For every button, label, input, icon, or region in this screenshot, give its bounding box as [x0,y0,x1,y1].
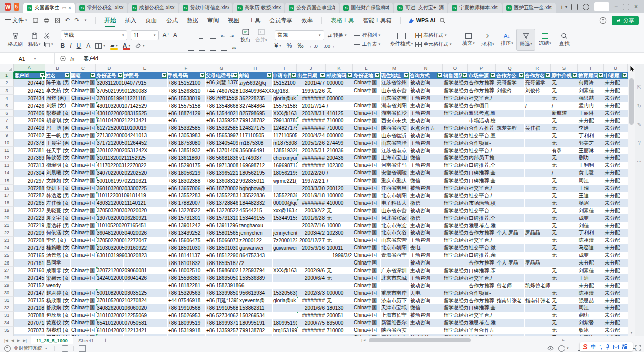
cell[interactable]: chenxinyur [272,154,297,162]
cell[interactable]: 142401200006041426 [96,274,167,282]
cell[interactable]: 无 [551,304,578,312]
cell[interactable]: 微信 [409,177,443,185]
row-header[interactable]: 10 [0,139,14,147]
cell[interactable]: jennychen( [272,229,297,237]
cell[interactable]: 340702200202202520 [96,169,167,177]
cell[interactable]: 2002/7/16 [297,222,326,229]
cell[interactable]: 未分配 [604,214,628,222]
convert-button[interactable]: ⇄转换▾ [328,32,347,39]
cell[interactable]: 207288 [14,185,45,192]
cell[interactable]: 吕同学 [45,259,167,267]
font-name-select[interactable]: 等线▾ [61,30,127,40]
cell[interactable]: gloria@uk [272,95,297,102]
sheet-tab-active[interactable]: 11_28_5_1000 [31,336,73,344]
cell[interactable]: 未分配 [604,312,628,319]
cell[interactable]: 被动咨询 [409,229,443,237]
filter-button[interactable] [622,73,627,78]
filter-button[interactable] [347,73,352,78]
cell[interactable]: +86 1899937166 [205,319,238,327]
cell[interactable]: 合作项目- [468,139,551,147]
cell[interactable]: 180562195 [238,169,272,177]
layout-switch-icon[interactable] [571,4,578,10]
cut-button[interactable] [44,33,53,39]
cell[interactable]: 无 [551,214,578,222]
cell[interactable]: 362228235 [238,95,272,102]
cell[interactable]: 社交平台,/ [468,237,551,244]
cell[interactable]: 124827175 [272,124,297,132]
align-center-icon[interactable] [199,46,205,51]
cell[interactable]: 410000 [326,199,353,207]
cell[interactable]: 207135 [14,297,45,304]
filter-button[interactable] [572,73,577,78]
cell[interactable]: 117110505 [238,132,272,139]
cell[interactable]: 山东省东营 [380,87,409,95]
cell[interactable]: +86 1851229020 [205,252,238,259]
cell[interactable]: 未分配 [604,169,628,177]
cell[interactable]: 包欣辰 (女 [45,312,70,319]
justify-icon[interactable] [221,46,227,51]
column-header[interactable]: E [123,64,167,72]
cell[interactable]: 刘佳 [578,222,604,229]
cell[interactable]: 电子科技大 [380,199,409,207]
cell[interactable]: 口碑推荐,全 [468,177,551,185]
cell[interactable]: 未分配 [604,117,628,125]
cell[interactable]: 无 [551,229,578,237]
cell[interactable]: 无 [551,87,578,95]
cell[interactable]: 207409 [14,117,45,125]
cell[interactable]: 王瑞 [578,185,604,192]
cell[interactable]: 留学总经办 [443,185,468,192]
cell[interactable]: 799138782 [238,117,272,125]
cell[interactable]: 无 [551,312,578,319]
cell[interactable]: +86 1582391866 [205,282,353,289]
next-sheet-icon[interactable]: ▶ [17,338,20,343]
cell[interactable]: 留学总经办 [443,177,468,185]
column-header[interactable]: A [14,64,45,72]
cell[interactable]: 成雨霏 (女 [45,267,70,275]
cell[interactable]: China中国 [70,139,96,147]
distributed-icon[interactable]: ⇹ [232,45,236,51]
filter-button[interactable] [375,73,380,78]
cell[interactable]: 陈祖清 [578,237,604,244]
column-header[interactable]: G [205,64,238,72]
cell[interactable]: xyevents@ [238,297,272,304]
column-header[interactable]: K [326,64,353,72]
sogou-logo[interactable]: S [583,343,587,351]
cell[interactable]: 合作项目- [468,102,524,110]
cell[interactable]: 未分配 [578,282,604,289]
cell[interactable]: 王丽淋 [578,110,604,117]
filter-button[interactable] [40,73,45,78]
cell[interactable]: 吴晓蔓 (女 [45,207,70,214]
cell[interactable]: 710000 [326,124,353,132]
cell[interactable]: China中国 [70,222,96,229]
cell[interactable]: 153449155 [272,214,297,222]
cell[interactable]: 207421 [14,87,45,95]
decrease-decimal-button[interactable]: .00→ [324,43,335,49]
cell[interactable]: v1749037 [238,154,272,162]
wps-logo[interactable]: W [5,3,11,11]
cell[interactable]: +86 18874129 [167,110,205,117]
share-button[interactable]: 分享 [612,16,639,25]
rail-share-icon[interactable]: ⇱ [637,84,641,90]
cell[interactable]: 未分配 [604,147,628,154]
filter-button[interactable] [519,73,524,78]
cell[interactable]: 992835011 [238,177,272,185]
cell[interactable]: 2002/3/3 [297,289,326,297]
align-right-icon[interactable] [210,46,216,51]
cell[interactable]: 孟冉冉 [578,102,604,110]
cell[interactable]: China中国 [353,110,380,117]
cell[interactable]: 169698712 [238,162,272,169]
tab-efficiency[interactable]: 效率 [297,13,317,27]
status-outline-icon[interactable] [79,345,86,352]
cell[interactable]: +86 1590841991 [205,334,238,336]
row-header[interactable]: 9 [0,132,14,139]
cell[interactable]: +86 1354402198 [205,110,238,117]
cell[interactable]: 2005/1/26 [297,139,326,147]
column-header[interactable]: U [604,64,628,72]
filter-button[interactable] [545,73,550,78]
cell[interactable]: 710000 [326,117,353,125]
cell[interactable]: guiwanwei [238,244,272,252]
cell[interactable]: 留学总经办 [443,297,468,304]
cell[interactable]: +86 15731301 [167,214,205,222]
column-header[interactable]: C [70,64,96,72]
cell[interactable]: 无 [551,154,578,162]
